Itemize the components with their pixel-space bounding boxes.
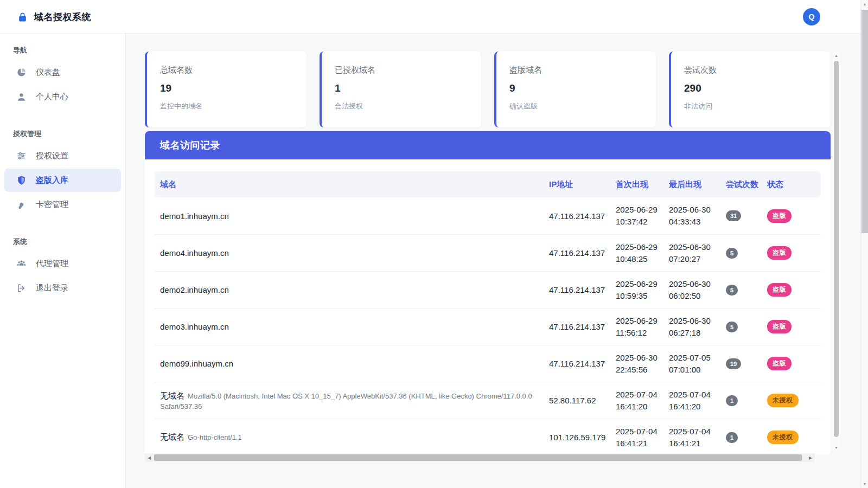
date: 2025-06-30 bbox=[669, 241, 720, 253]
date: 2025-06-30 bbox=[669, 278, 720, 290]
cell-ip: 47.116.214.137 bbox=[544, 248, 610, 258]
scroll-right-arrow-icon[interactable]: ▶ bbox=[806, 453, 815, 462]
time: 16:41:20 bbox=[616, 401, 663, 413]
attempts-badge: 5 bbox=[726, 322, 738, 332]
inner-vertical-scrollbar[interactable]: ▲ ▼ bbox=[833, 52, 840, 451]
status-badge: 盗版 bbox=[767, 209, 792, 223]
sidebar-item-label: 个人中心 bbox=[36, 92, 68, 102]
stat-subtitle: 确认盗版 bbox=[509, 101, 643, 111]
time: 16:41:21 bbox=[616, 438, 663, 450]
logout-icon bbox=[16, 283, 27, 293]
sidebar-item[interactable]: 仪表盘 bbox=[4, 61, 121, 84]
records-panel: 域名访问记录 域名IP地址首次出现最后出现尝试次数状态 demo1.inhuay… bbox=[145, 131, 831, 454]
date: 2025-07-05 bbox=[669, 352, 720, 364]
nav-section-label: 导航 bbox=[13, 46, 112, 55]
stat-title: 盗版域名 bbox=[509, 65, 643, 75]
sidebar-item[interactable]: 盗版入库 bbox=[4, 169, 121, 192]
date: 2025-06-29 bbox=[616, 241, 663, 253]
horizontal-scrollbar-thumb[interactable] bbox=[154, 454, 802, 461]
cell-domain: 无域名Mozilla/5.0 (Macintosh; Intel Mac OS … bbox=[155, 391, 544, 410]
date: 2025-07-04 bbox=[669, 426, 720, 438]
attempts-badge: 1 bbox=[726, 395, 738, 406]
stat-subtitle: 监控中的域名 bbox=[160, 101, 293, 111]
cell-status: 未授权 bbox=[762, 431, 821, 444]
attempts-badge: 5 bbox=[726, 248, 738, 259]
sidebar-item-label: 仪表盘 bbox=[36, 67, 60, 78]
date: 2025-06-30 bbox=[669, 204, 720, 216]
table-row: 无域名Mozilla/5.0 (Macintosh; Intel Mac OS … bbox=[155, 382, 821, 419]
horizontal-scrollbar[interactable]: ◀ ▶ bbox=[145, 453, 815, 462]
stat-card: 尝试次数290非法访问 bbox=[669, 52, 831, 127]
stat-value: 9 bbox=[509, 82, 643, 94]
user-icon bbox=[16, 92, 27, 102]
sidebar-item-label: 授权设置 bbox=[36, 151, 68, 161]
time: 07:01:00 bbox=[669, 364, 720, 376]
attempts-badge: 5 bbox=[726, 285, 738, 296]
cell-domain: demo3.inhuaym.cn bbox=[155, 322, 544, 331]
cell-last-seen: 2025-06-3004:33:43 bbox=[663, 204, 720, 228]
domain-name: demo3.inhuaym.cn bbox=[160, 322, 229, 331]
page-vertical-scrollbar-thumb[interactable] bbox=[861, 10, 868, 233]
main-content: 总域名数19监控中的域名已授权域名1合法授权盗版域名9确认盗版尝试次数290非法… bbox=[126, 34, 860, 488]
time: 06:02:50 bbox=[669, 290, 720, 302]
cell-ip: 47.116.214.137 bbox=[544, 285, 610, 294]
page-vertical-scrollbar[interactable]: ▲ ▼ bbox=[860, 0, 868, 488]
users-icon bbox=[16, 259, 27, 269]
table-row: demo99.inhuaym.cn47.116.214.1372025-06-3… bbox=[155, 345, 821, 382]
cell-attempts: 5 bbox=[720, 248, 762, 259]
sidebar-item-label: 代理管理 bbox=[36, 259, 68, 269]
domain-name: demo1.inhuaym.cn bbox=[160, 211, 229, 221]
cell-ip: 47.116.214.137 bbox=[544, 211, 610, 221]
sidebar-item[interactable]: 退出登录 bbox=[4, 277, 121, 300]
user-avatar[interactable]: Q bbox=[803, 8, 820, 25]
cell-domain: demo2.inhuaym.cn bbox=[155, 285, 544, 294]
scroll-left-arrow-icon[interactable]: ◀ bbox=[145, 453, 154, 462]
scroll-up-arrow-icon[interactable]: ▲ bbox=[833, 52, 840, 59]
table-row: demo3.inhuaym.cn47.116.214.1372025-06-29… bbox=[155, 308, 821, 345]
cell-last-seen: 2025-07-0416:41:20 bbox=[663, 389, 720, 413]
cell-attempts: 1 bbox=[720, 395, 762, 406]
dashboard-icon bbox=[16, 67, 27, 78]
cell-status: 盗版 bbox=[762, 320, 821, 333]
table-row: 无域名Go-http-client/1.1101.126.59.1792025-… bbox=[155, 419, 821, 454]
user-agent: Go-http-client/1.1 bbox=[188, 433, 242, 441]
status-badge: 盗版 bbox=[767, 283, 792, 297]
cell-first-seen: 2025-06-2910:59:35 bbox=[610, 278, 663, 302]
app-header: 域名授权系统 Q bbox=[0, 0, 860, 34]
cell-first-seen: 2025-06-3022:45:56 bbox=[610, 352, 663, 376]
cell-first-seen: 2025-07-0416:41:21 bbox=[610, 426, 663, 450]
cell-last-seen: 2025-06-3006:27:18 bbox=[663, 315, 720, 339]
time: 16:41:21 bbox=[669, 438, 720, 450]
page-scroll-down-arrow-icon[interactable]: ▼ bbox=[861, 480, 868, 488]
time: 10:59:35 bbox=[616, 290, 663, 302]
column-header: 尝试次数 bbox=[720, 179, 762, 190]
stat-title: 尝试次数 bbox=[684, 65, 818, 75]
sidebar-item[interactable]: 代理管理 bbox=[4, 252, 121, 275]
status-badge: 未授权 bbox=[767, 431, 799, 444]
sidebar-item[interactable]: 授权设置 bbox=[4, 144, 121, 168]
domain-name: demo4.inhuaym.cn bbox=[160, 248, 229, 258]
sidebar-item[interactable]: 卡密管理 bbox=[4, 193, 121, 216]
cell-status: 盗版 bbox=[762, 209, 821, 223]
nav-section: 系统代理管理退出登录 bbox=[0, 237, 125, 300]
scroll-down-arrow-icon[interactable]: ▼ bbox=[833, 444, 840, 451]
inner-vertical-scrollbar-thumb[interactable] bbox=[834, 61, 839, 437]
cell-domain: demo99.inhuaym.cn bbox=[155, 359, 544, 368]
stat-subtitle: 非法访问 bbox=[684, 101, 818, 111]
date: 2025-06-30 bbox=[669, 315, 720, 327]
domain-name: demo99.inhuaym.cn bbox=[160, 359, 233, 368]
time: 11:56:12 bbox=[616, 327, 663, 339]
cell-status: 盗版 bbox=[762, 283, 821, 297]
table-header-row: 域名IP地址首次出现最后出现尝试次数状态 bbox=[155, 171, 821, 197]
time: 16:41:20 bbox=[669, 401, 720, 413]
date: 2025-06-29 bbox=[616, 315, 663, 327]
cell-status: 盗版 bbox=[762, 246, 821, 260]
attempts-badge: 31 bbox=[726, 210, 741, 221]
sidebar-item[interactable]: 个人中心 bbox=[4, 85, 121, 108]
date: 2025-07-04 bbox=[616, 389, 663, 401]
stat-value: 1 bbox=[335, 82, 468, 94]
page-scroll-up-arrow-icon[interactable]: ▲ bbox=[861, 0, 868, 8]
cell-status: 未授权 bbox=[762, 394, 821, 407]
sliders-icon bbox=[16, 151, 27, 161]
cell-last-seen: 2025-06-3007:20:27 bbox=[663, 241, 720, 265]
